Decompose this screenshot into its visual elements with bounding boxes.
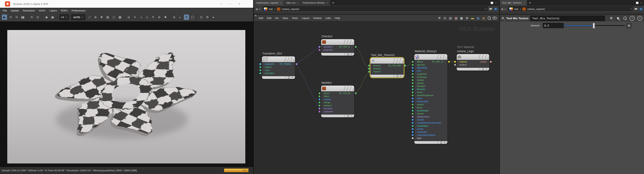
input-port-dot[interactable] <box>260 63 261 65</box>
fit-dropdown[interactable]: Fit▼ <box>60 14 69 20</box>
input-port-dot[interactable] <box>454 64 456 66</box>
render-refresh-icon[interactable]: ↻ <box>14 14 19 20</box>
bypass-flag-icon[interactable] <box>444 142 446 143</box>
pick-target-icon[interactable]: ⊚ <box>157 14 162 20</box>
output-port-dot[interactable] <box>404 65 406 66</box>
input-port-dot[interactable] <box>319 49 320 51</box>
menu-rops[interactable]: ROPs <box>59 9 70 12</box>
new-tab-button[interactable]: + <box>527 0 533 6</box>
auto-dropdown[interactable]: AUTO▼ <box>71 14 85 20</box>
pick-ball-icon[interactable]: ◑ <box>138 14 144 20</box>
input-port-dot[interactable] <box>319 46 320 48</box>
snapshot-camera-icon[interactable]: ◉ <box>44 14 49 20</box>
render-settings-icon[interactable]: ⚙ <box>205 14 210 20</box>
input-port-dot[interactable] <box>412 125 414 127</box>
pan-view-icon[interactable]: ✥ <box>99 14 104 20</box>
minimize-button[interactable]: ─ <box>220 2 222 5</box>
network-box-icon[interactable]: ▥ <box>482 16 486 20</box>
input-port-dot[interactable] <box>412 101 414 102</box>
gear-menu-icon[interactable]: ✻▼ <box>609 16 613 21</box>
render-region-icon[interactable]: ▧ <box>105 14 110 20</box>
display-options-icon[interactable]: ⊞ <box>465 16 469 20</box>
input-port-dot[interactable] <box>319 111 320 112</box>
save-image-icon[interactable]: ▣ <box>50 14 55 20</box>
input-port-dot[interactable] <box>368 68 370 70</box>
pane-menu-arrow-icon[interactable]: ▼ <box>495 2 497 4</box>
new-tab-button[interactable]: + <box>330 0 336 6</box>
output-port-dot[interactable] <box>448 61 450 63</box>
template-flag-icon[interactable] <box>440 142 442 144</box>
link-radio-icon[interactable] <box>494 7 498 11</box>
search-icon[interactable] <box>487 16 491 20</box>
object-cube-icon[interactable]: ◳ <box>199 14 204 20</box>
breadcrumb-current[interactable]: octane_vopnet1 <box>527 8 545 10</box>
input-port-dot[interactable] <box>412 119 414 121</box>
netmenu-go[interactable]: Go <box>273 16 280 20</box>
node-type-gear-icon[interactable]: ⚙▼ <box>502 16 504 20</box>
path-dropdown-icon[interactable]: ▼ <box>485 8 486 10</box>
network-path-field[interactable]: mat ❯ octane_vopnet1 ▼ <box>262 6 488 12</box>
output-port-dot[interactable] <box>296 63 298 65</box>
tab-take-list[interactable]: Take List✕ <box>284 0 301 6</box>
back-arrow-icon[interactable]: ◀ <box>256 8 258 10</box>
background-image-icon[interactable]: ▨ <box>476 16 480 20</box>
pane-menu-arrow-icon[interactable]: ▼ <box>640 2 642 4</box>
input-port-dot[interactable] <box>260 69 261 71</box>
quad-view-icon[interactable]: ▦ <box>118 14 122 20</box>
netmenu-octane[interactable]: Octane <box>311 16 324 20</box>
render-play-icon[interactable]: ▶ <box>2 14 7 20</box>
input-port-dot[interactable] <box>412 94 414 96</box>
input-port-dot[interactable] <box>412 73 414 75</box>
display-flag-icon[interactable] <box>437 142 438 143</box>
menu-file[interactable]: File <box>1 9 9 12</box>
render-viewport[interactable] <box>0 22 253 167</box>
input-port-dot[interactable] <box>412 61 414 63</box>
bypass-flag-icon[interactable] <box>350 54 352 54</box>
node-marble1[interactable]: Marble1powerNT_TEX_M...offsetoctavesomeg… <box>321 86 354 117</box>
visibility-icon[interactable] <box>492 16 497 20</box>
close-icon[interactable]: ✕ <box>524 2 525 4</box>
input-port-dot[interactable] <box>412 116 414 118</box>
tab-performance-monitor[interactable]: Performance Monitor✕ <box>301 0 330 6</box>
netmenu-view[interactable]: View <box>280 16 290 20</box>
parameter-path-field[interactable]: mat ❯ octane_vopnet1 ▼ <box>508 6 633 12</box>
input-port-dot[interactable] <box>368 65 370 66</box>
breadcrumb-root[interactable]: mat <box>514 8 518 10</box>
pin-icon[interactable] <box>635 8 638 10</box>
toolbar-more-icon[interactable]: ▸ <box>211 14 216 20</box>
forward-arrow-icon[interactable]: ▶ <box>259 8 261 10</box>
input-port-dot[interactable] <box>319 108 320 110</box>
template-flag-icon[interactable] <box>288 77 290 78</box>
octane-titlebar[interactable]: ✺ Octane 2026.1.Alpha 3 IPR ─□✕ <box>0 0 253 8</box>
bypass-flag-icon[interactable] <box>486 69 487 69</box>
input-port-dot[interactable] <box>412 86 414 87</box>
search-icon[interactable] <box>623 16 627 21</box>
netmenu-tools[interactable]: Tools <box>290 16 300 20</box>
node-transform_3d1[interactable]: Transform_3D1rotationOr...NT_TRANS...rot… <box>262 56 295 79</box>
pick-edit-icon[interactable]: ✎ <box>151 14 156 20</box>
maximize-button[interactable]: □ <box>230 2 231 5</box>
output-port-dot[interactable] <box>355 92 357 94</box>
tree-view-icon[interactable]: ⊟ <box>443 16 447 20</box>
bypass-flag-icon[interactable] <box>400 76 402 76</box>
slider-handle[interactable] <box>593 23 595 28</box>
info-icon[interactable]: i <box>630 16 635 21</box>
output-port-dot[interactable] <box>490 61 492 63</box>
netmenu-help[interactable]: Help <box>333 16 342 20</box>
breadcrumb-current[interactable]: octane_vopnet1 <box>282 8 300 10</box>
aperture-off-icon[interactable]: ⊘ <box>172 14 177 20</box>
input-port-dot[interactable] <box>412 137 414 139</box>
bypass-flag-icon[interactable] <box>291 77 293 78</box>
render-pause-icon[interactable]: ▮▮ <box>20 14 26 20</box>
input-port-dot[interactable] <box>319 102 320 103</box>
template-flag-icon[interactable] <box>396 75 398 77</box>
close-icon[interactable]: ✕ <box>297 2 298 4</box>
node-body[interactable]: transformNT_TEX_C...projection <box>321 39 354 56</box>
output-port-dot[interactable] <box>355 46 357 48</box>
input-port-dot[interactable] <box>412 122 414 124</box>
template-flag-icon[interactable] <box>347 115 349 117</box>
display-flag-icon[interactable] <box>344 115 346 117</box>
input-port-dot[interactable] <box>412 113 414 114</box>
render-restart-icon[interactable]: ↺ <box>8 14 13 20</box>
pin-icon[interactable] <box>489 8 492 10</box>
